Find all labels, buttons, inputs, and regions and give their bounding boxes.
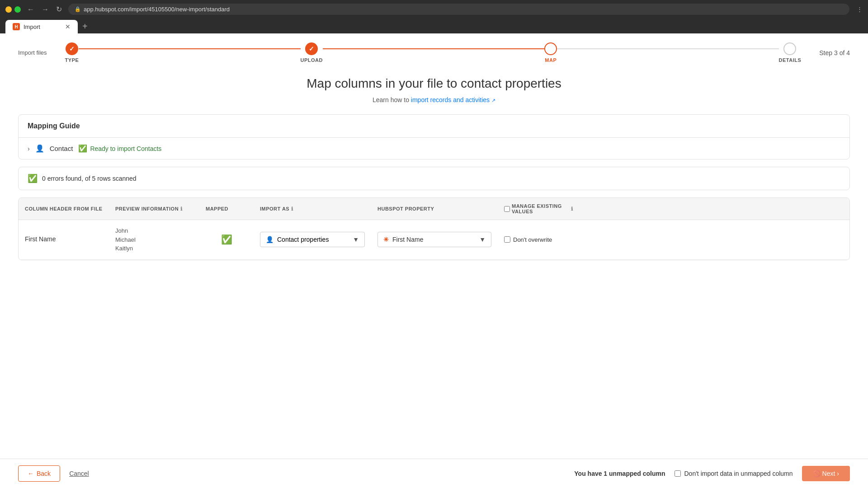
step-upload-circle: ✓ [305, 42, 318, 55]
no-entry-icon: 🚫 [813, 470, 821, 477]
tab-title: Import [24, 23, 40, 30]
step-details: DETAILS [779, 42, 802, 63]
page-subtitle: Learn how to import records and activiti… [18, 96, 850, 103]
forward-nav-button[interactable]: → [39, 5, 52, 14]
step-details-circle [783, 42, 796, 55]
unmapped-message: You have 1 unmapped column [574, 470, 665, 477]
tab-favicon: H [13, 23, 20, 30]
th-mapped: MAPPED [199, 198, 254, 220]
import-records-link[interactable]: import records and activities ↗ [411, 96, 495, 103]
cancel-button[interactable]: Cancel [67, 466, 91, 481]
mapping-guide-header: Mapping Guide [19, 115, 849, 138]
step-map: MAP [544, 42, 557, 63]
th-preview: PREVIEW INFORMATION ℹ [109, 198, 199, 220]
th-manage: MANAGE EXISTING VALUES ℹ [498, 198, 579, 220]
td-preview: JohnMichaelKaitlyn [109, 220, 199, 259]
next-arrow-icon: › [837, 470, 839, 477]
preview-values: JohnMichaelKaitlyn [115, 227, 136, 252]
back-nav-button[interactable]: ← [24, 5, 37, 14]
contact-dropdown-icon: 👤 [266, 236, 274, 243]
mapping-guide-row: › 👤 Contact ✅ Ready to import Contacts [19, 138, 849, 159]
dont-import-unmapped-checkbox[interactable] [675, 470, 681, 477]
hubspot-property-select[interactable]: ✳ First Name ▼ [377, 232, 491, 247]
import-files-label: Import files [18, 49, 47, 56]
ready-check-icon: ✅ [78, 144, 87, 153]
th-column-header: COLUMN HEADER FROM FILE [19, 198, 109, 220]
td-import-as: 👤 Contact properties ▼ [254, 225, 371, 253]
url-text: app.hubspot.com/import/45105500/new-impo… [84, 6, 230, 13]
connector-type-upload [79, 48, 300, 49]
step-count: Step 3 of 4 [819, 49, 850, 56]
stepper: ✓ TYPE ✓ UPLOAD MAP DETAILS [65, 42, 802, 63]
step-upload-label: UPLOAD [301, 57, 323, 63]
property-name: First Name [392, 236, 423, 243]
td-hubspot-property: ✳ First Name ▼ [371, 225, 498, 253]
maximize-button[interactable] [14, 6, 21, 13]
ready-badge: ✅ Ready to import Contacts [78, 144, 161, 153]
step-type: ✓ TYPE [65, 42, 79, 63]
page-title: Map columns in your file to contact prop… [18, 76, 850, 91]
step-type-label: TYPE [65, 57, 79, 63]
manage-info-icon[interactable]: ℹ [571, 206, 573, 212]
back-arrow-icon: ← [28, 470, 34, 477]
browser-tabs: H Import ✕ + [5, 19, 863, 33]
tab-close-button[interactable]: ✕ [65, 23, 71, 30]
import-as-info-icon[interactable]: ℹ [291, 206, 293, 212]
table-row: First Name JohnMichaelKaitlyn ✅ 👤 Contac… [19, 220, 849, 260]
app-container: Import files ✓ TYPE ✓ UPLOAD MAP [0, 33, 868, 481]
error-text: 0 errors found, of 5 rows scanned [42, 175, 137, 182]
expand-contact-button[interactable]: › [28, 145, 30, 152]
contact-label: Contact [50, 145, 73, 152]
required-star: ✳ [383, 236, 389, 243]
minimize-button[interactable] [5, 6, 12, 13]
manage-all-checkbox[interactable] [504, 206, 510, 212]
success-check-icon: ✅ [28, 174, 38, 183]
column-name-text: First Name [25, 235, 56, 243]
import-as-dropdown[interactable]: 👤 Contact properties ▼ [260, 232, 365, 247]
dont-overwrite-checkbox-label[interactable]: Don't overwrite [504, 236, 573, 243]
connector-map-details [557, 48, 778, 49]
new-tab-button[interactable]: + [79, 19, 91, 33]
th-import-as: IMPORT AS ℹ [254, 198, 371, 220]
import-as-value: Contact properties [277, 236, 329, 243]
browser-navigation: ← → ↻ [24, 4, 65, 14]
table-header: COLUMN HEADER FROM FILE PREVIEW INFORMAT… [19, 198, 849, 220]
mapped-check-icon: ✅ [221, 235, 232, 244]
unmapped-count-text: You have 1 unmapped column [574, 470, 665, 477]
extensions-icon[interactable]: ⋮ [857, 6, 863, 13]
step-details-label: DETAILS [779, 57, 802, 63]
lock-icon: 🔒 [75, 6, 81, 12]
step-type-circle: ✓ [66, 42, 78, 55]
external-link-icon: ↗ [491, 98, 495, 103]
main-content: Map columns in your file to contact prop… [0, 67, 868, 269]
dont-overwrite-label: Don't overwrite [513, 236, 552, 243]
browser-chrome: ← → ↻ 🔒 app.hubspot.com/import/45105500/… [0, 0, 868, 33]
browser-extras: ⋮ [857, 6, 863, 13]
footer-right: You have 1 unmapped column Don't import … [574, 466, 850, 481]
step-map-label: MAP [545, 57, 557, 63]
contact-person-icon: 👤 [35, 144, 44, 153]
step-upload: ✓ UPLOAD [301, 42, 323, 63]
td-manage: Don't overwrite [498, 230, 579, 249]
connector-upload-map [323, 48, 544, 49]
active-tab[interactable]: H Import ✕ [5, 20, 78, 33]
dont-overwrite-checkbox[interactable] [504, 236, 510, 243]
th-hubspot-property: HUBSPOT PROPERTY [371, 198, 498, 220]
mapping-guide-card: Mapping Guide › 👤 Contact ✅ Ready to imp… [18, 114, 850, 160]
property-chevron-icon: ▼ [479, 236, 486, 243]
next-button[interactable]: 🚫 Next › [802, 466, 850, 481]
back-button[interactable]: ← Back [18, 465, 60, 481]
td-mapped: ✅ [199, 228, 254, 251]
error-summary: ✅ 0 errors found, of 5 rows scanned [18, 167, 850, 190]
td-column-name: First Name [19, 229, 109, 250]
address-bar[interactable]: 🔒 app.hubspot.com/import/45105500/new-im… [68, 4, 849, 15]
import-as-chevron-icon: ▼ [353, 236, 359, 243]
reload-button[interactable]: ↻ [53, 4, 65, 14]
dont-import-unmapped-label[interactable]: Don't import data in unmapped column [675, 470, 793, 477]
browser-window-controls [5, 6, 21, 13]
preview-info-icon[interactable]: ℹ [180, 206, 183, 212]
progress-section: Import files ✓ TYPE ✓ UPLOAD MAP [0, 33, 868, 67]
mapping-table: COLUMN HEADER FROM FILE PREVIEW INFORMAT… [18, 197, 850, 260]
step-map-circle [544, 42, 557, 55]
footer: ← Back Cancel You have 1 unmapped column… [0, 459, 868, 481]
